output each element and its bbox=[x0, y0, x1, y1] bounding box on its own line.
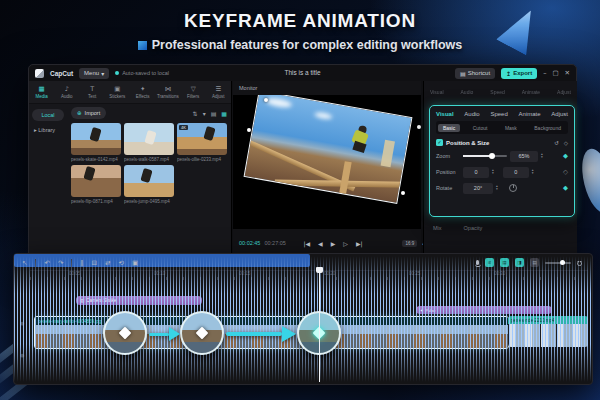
decor-right-blob bbox=[576, 146, 600, 217]
subtab-basic[interactable]: Basic bbox=[438, 124, 460, 132]
list-view-icon[interactable]: ▤ bbox=[211, 110, 217, 117]
tab-media[interactable]: ▦ Media bbox=[29, 81, 54, 103]
playhead[interactable] bbox=[319, 270, 320, 382]
keyframe-arrow-icon bbox=[226, 326, 297, 342]
selection-handle[interactable] bbox=[401, 191, 405, 195]
project-title: This is a title bbox=[29, 69, 576, 76]
properties-tabs-ghost: Visual Audio Speed Animate Adjust bbox=[430, 89, 571, 95]
media-thumbnail[interactable] bbox=[124, 123, 174, 155]
selection-handle[interactable] bbox=[417, 125, 421, 129]
inspector-subtabs: Basic Cutout Mask Background bbox=[436, 121, 568, 134]
media-thumbnail[interactable] bbox=[71, 123, 121, 155]
keyframe-diamond-icon[interactable] bbox=[119, 327, 132, 340]
tab-transitions[interactable]: ⋈ Transitions bbox=[155, 81, 180, 103]
sticker-icon: ▣ bbox=[114, 86, 120, 93]
grid-view-icon[interactable]: ▦ bbox=[221, 110, 227, 117]
reset-icon[interactable]: ↺ bbox=[554, 140, 559, 146]
step-forward-button[interactable]: ▷ bbox=[343, 240, 348, 247]
tab-audio-props[interactable]: Audio bbox=[464, 111, 479, 117]
tab-effects[interactable]: ✦ Effects bbox=[130, 81, 155, 103]
import-button[interactable]: ⊕ Import bbox=[71, 107, 106, 119]
next-clip-button[interactable]: ▶| bbox=[356, 240, 363, 247]
media-icon: ▦ bbox=[39, 86, 45, 93]
media-thumbnail[interactable] bbox=[71, 165, 121, 197]
subtab-cutout[interactable]: Cutout bbox=[468, 124, 493, 132]
zoom-stepper[interactable]: ▴▾ bbox=[541, 153, 543, 160]
keyframe-magnifier-1 bbox=[103, 311, 147, 355]
rotate-row: Rotate 20° ▴▾ ◆ bbox=[436, 182, 568, 194]
transport-bar: 00:02:45 00:27:05 |◀ ◀ ▶ ▷ ▶| 16:9 ⤢ bbox=[233, 231, 433, 255]
position-x-input[interactable]: 0 bbox=[463, 167, 489, 178]
position-row: Position 0 ▴▾ 0 ▴▾ ◇ bbox=[436, 166, 568, 178]
titlebar: CapCut Menu ▾ Auto-saved to local This i… bbox=[29, 65, 576, 81]
filters-icon: ▽ bbox=[191, 86, 196, 93]
audio-clip[interactable] bbox=[14, 254, 310, 267]
keyframe-diamond-off-icon[interactable]: ◇ bbox=[563, 168, 568, 176]
mix-section-ghost: Mix Opacity bbox=[433, 225, 482, 231]
ribbon-tabs: ▦ Media ♪ Audio T Text ▣ Stickers ✦ Effe… bbox=[29, 81, 231, 104]
zoom-value-input[interactable]: 65% bbox=[510, 151, 538, 162]
subtab-background[interactable]: Background bbox=[529, 124, 566, 132]
keyframe-magnifier-2 bbox=[180, 311, 224, 355]
keyframe-add-icon[interactable]: ◇ bbox=[564, 140, 568, 146]
waveform bbox=[14, 256, 310, 267]
adjust-icon: ☰ bbox=[215, 86, 221, 93]
media-thumbnail[interactable]: 4K bbox=[177, 123, 227, 155]
position-size-section: ✓ Position & Size ↺ ◇ bbox=[436, 139, 568, 146]
prev-clip-button[interactable]: |◀ bbox=[303, 240, 310, 247]
preview-clip-selected[interactable] bbox=[244, 95, 413, 204]
play-button[interactable]: ▶ bbox=[331, 240, 336, 247]
monitor-label: Monitor bbox=[239, 85, 257, 91]
caret-right-icon: ▸ bbox=[34, 127, 37, 133]
step-back-button[interactable]: ◀ bbox=[318, 240, 323, 247]
tab-animate[interactable]: Animate bbox=[519, 111, 541, 117]
banner-bullet-icon bbox=[138, 41, 147, 50]
monitor-panel: Monitor 00:02:45 bbox=[233, 81, 421, 255]
selection-handle[interactable] bbox=[247, 128, 251, 132]
banner-title: KEYFRAME ANIMATION bbox=[0, 10, 600, 32]
text-icon: T bbox=[90, 86, 94, 93]
checkbox-icon[interactable]: ✓ bbox=[436, 139, 443, 146]
position-y-stepper[interactable]: ▴▾ bbox=[532, 169, 534, 176]
sidebar-item-library[interactable]: ▸ Library bbox=[34, 127, 55, 133]
tab-audio[interactable]: ♪ Audio bbox=[54, 81, 79, 103]
position-y-input[interactable]: 0 bbox=[503, 167, 529, 178]
position-size-inspector: Visual Audio Speed Animate Adjust Basic … bbox=[429, 105, 575, 217]
section-title: Position & Size bbox=[446, 140, 489, 146]
tab-filters[interactable]: ▽ Filters bbox=[181, 81, 206, 103]
subtab-mask[interactable]: Mask bbox=[500, 124, 522, 132]
effects-icon: ✦ bbox=[140, 86, 145, 93]
screenshot-root: KEYFRAME ANIMATION Professional features… bbox=[0, 0, 600, 400]
media-thumbnail[interactable] bbox=[124, 165, 174, 197]
tab-speed[interactable]: Speed bbox=[490, 111, 507, 117]
media-filename: pexels-skate-0142.mp4 bbox=[71, 157, 121, 162]
tab-adjust[interactable]: ☰ Adjust bbox=[206, 81, 231, 103]
audio-icon: ♪ bbox=[65, 86, 69, 93]
keyframe-diamond-on-icon[interactable]: ◆ bbox=[563, 184, 568, 192]
keyframe-diamond-icon[interactable] bbox=[196, 327, 209, 340]
position-x-stepper[interactable]: ▴▾ bbox=[492, 169, 494, 176]
media-filename: pexels-walk-0587.mp4 bbox=[124, 157, 174, 162]
rotate-value-input[interactable]: 20° bbox=[463, 183, 493, 194]
transport-buttons: |◀ ◀ ▶ ▷ ▶| bbox=[233, 240, 433, 247]
keyframe-diamond-on-icon[interactable]: ◆ bbox=[563, 152, 568, 160]
sort-icon[interactable]: ⇅ bbox=[193, 110, 198, 117]
zoom-slider[interactable] bbox=[463, 155, 507, 157]
quality-badge: 4K bbox=[179, 125, 188, 130]
import-plus-icon: ⊕ bbox=[77, 110, 82, 116]
rotate-dial-icon[interactable] bbox=[509, 184, 517, 192]
capcut-window: CapCut Menu ▾ Auto-saved to local This i… bbox=[28, 64, 577, 256]
banner-subtitle: Professional features for complex editin… bbox=[152, 38, 463, 52]
tab-adjust-props[interactable]: Adjust bbox=[551, 111, 568, 117]
sidebar-item-local[interactable]: Local bbox=[32, 109, 64, 121]
filter-dropdown-icon[interactable]: ▾ bbox=[203, 110, 206, 117]
timeline-panel: ↖ ↶ ↷ ∥ ⊟ ⇄ ⟲ ▣ ≋ ▤ ◨ ▤ Ω 00:05 00:10 00… bbox=[13, 253, 593, 385]
tab-visual[interactable]: Visual bbox=[436, 111, 454, 117]
zoom-row: Zoom 65% ▴▾ ◆ bbox=[436, 150, 568, 162]
media-filename: pexels-ollie-0233.mp4 bbox=[177, 157, 227, 162]
selection-handle[interactable] bbox=[264, 98, 268, 102]
tab-stickers[interactable]: ▣ Stickers bbox=[105, 81, 130, 103]
rotate-stepper[interactable]: ▴▾ bbox=[496, 185, 498, 192]
preview-stage bbox=[233, 95, 421, 229]
tab-text[interactable]: T Text bbox=[80, 81, 105, 103]
